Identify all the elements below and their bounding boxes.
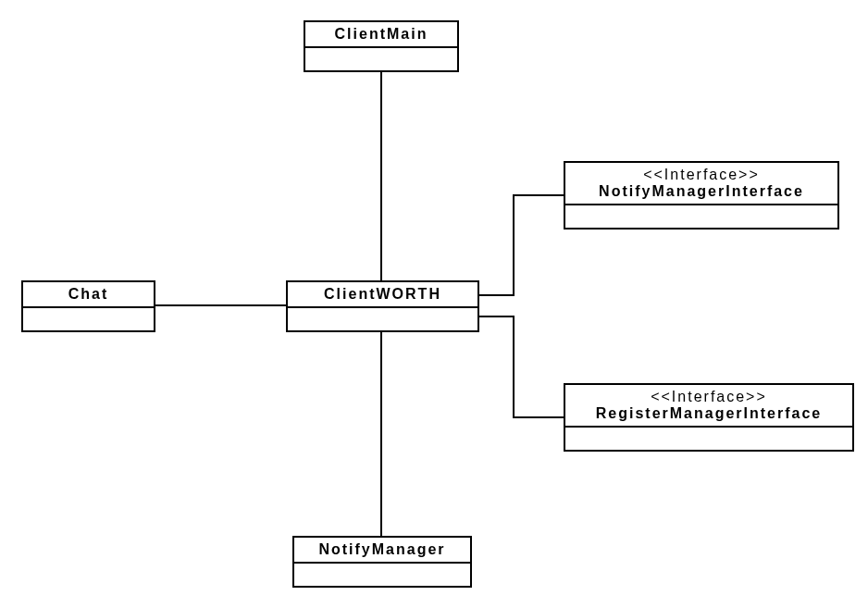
class-name: Chat — [32, 286, 144, 303]
class-name: ClientMain — [315, 26, 448, 43]
class-head: <<Interface>> NotifyManagerInterface — [565, 163, 837, 205]
stereotype: <<Interface>> — [575, 389, 843, 405]
class-body — [294, 564, 470, 586]
class-body — [565, 428, 852, 450]
class-body — [305, 48, 457, 70]
class-client-worth: ClientWORTH — [286, 280, 479, 332]
stereotype: <<Interface>> — [575, 167, 828, 183]
class-head: <<Interface>> RegisterManagerInterface — [565, 385, 852, 428]
class-notify-manager: NotifyManager — [292, 536, 472, 588]
class-chat: Chat — [21, 280, 155, 332]
class-body — [565, 205, 837, 228]
class-name: NotifyManager — [304, 541, 461, 558]
class-head: ClientMain — [305, 22, 457, 48]
class-name: RegisterManagerInterface — [575, 405, 843, 422]
class-register-manager-interface: <<Interface>> RegisterManagerInterface — [564, 383, 854, 452]
class-name: NotifyManagerInterface — [575, 183, 828, 200]
class-client-main: ClientMain — [304, 20, 459, 72]
class-head: NotifyManager — [294, 538, 470, 564]
edge-clientworth-notifyiface — [479, 195, 564, 295]
class-body — [23, 308, 154, 330]
class-head: Chat — [23, 282, 154, 308]
class-head: ClientWORTH — [288, 282, 477, 308]
class-body — [288, 308, 477, 330]
class-name: ClientWORTH — [297, 286, 468, 303]
uml-class-diagram: ClientMain Chat ClientWORTH <<Interface>… — [0, 0, 868, 608]
edge-clientworth-registeriface — [479, 316, 564, 417]
class-notify-manager-interface: <<Interface>> NotifyManagerInterface — [564, 161, 839, 230]
